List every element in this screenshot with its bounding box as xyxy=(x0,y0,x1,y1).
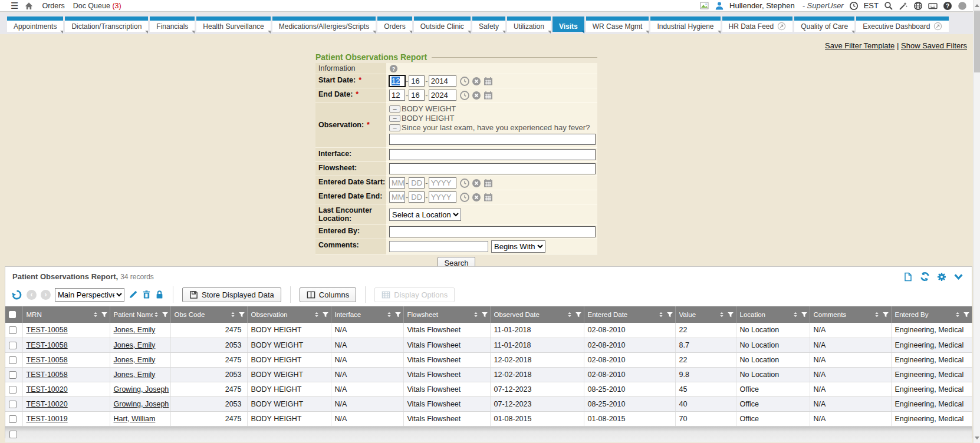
calendar-icon[interactable] xyxy=(484,178,493,188)
cell-patient-name[interactable]: Jones, Emily xyxy=(110,323,170,338)
search-icon[interactable] xyxy=(884,1,893,11)
last-encounter-location-select[interactable]: Select a Location xyxy=(389,209,461,221)
tab-industrial-hygiene[interactable]: Industrial Hygiene xyxy=(650,16,720,32)
observation-search-input[interactable] xyxy=(389,134,596,145)
collapse-chevron-icon[interactable] xyxy=(953,272,963,282)
interface-input[interactable] xyxy=(389,149,596,160)
calendar-icon[interactable] xyxy=(484,193,493,202)
filter-icon[interactable] xyxy=(394,311,402,318)
time-icon[interactable] xyxy=(460,193,469,202)
status-circle-icon[interactable] xyxy=(958,1,967,11)
time-icon[interactable] xyxy=(460,77,469,86)
column-header-mrn[interactable]: MRN xyxy=(22,306,110,323)
start-date-year-input[interactable]: 2014 xyxy=(429,75,456,87)
time-icon[interactable] xyxy=(460,178,469,188)
tab-appointments[interactable]: Appointments xyxy=(7,16,63,32)
sort-icon[interactable] xyxy=(153,311,160,318)
tab-dictation-transcription[interactable]: Dictation/Transcription xyxy=(65,16,148,32)
clock-icon[interactable] xyxy=(849,1,859,11)
filter-icon[interactable] xyxy=(727,311,734,318)
cell-mrn[interactable]: TEST-10020 xyxy=(22,396,110,411)
delete-perspective-icon[interactable] xyxy=(142,290,151,299)
page-scrollbar[interactable] xyxy=(973,0,980,443)
tab-outside-clinic[interactable]: Outside Clinic xyxy=(414,16,471,32)
column-header-observation[interactable]: Observation xyxy=(247,306,331,323)
tab-utilization[interactable]: Utilization xyxy=(507,16,551,32)
end-date-year-input[interactable]: 2024 xyxy=(429,90,456,101)
gear-icon[interactable] xyxy=(937,272,946,282)
row-checkbox[interactable] xyxy=(9,415,17,423)
image-icon[interactable] xyxy=(700,1,709,11)
tab-financials[interactable]: Financials xyxy=(150,16,195,32)
tab-quality-of-care[interactable]: Quality of Care xyxy=(794,16,854,32)
cell-patient-name[interactable]: Jones, Emily xyxy=(110,367,170,382)
remove-observation-button[interactable]: – xyxy=(389,115,400,122)
row-checkbox[interactable] xyxy=(9,371,17,379)
prev-perspective-icon[interactable]: ‹ xyxy=(27,290,37,300)
remove-observation-button[interactable]: – xyxy=(389,105,400,113)
sort-icon[interactable] xyxy=(472,311,479,318)
globe-icon[interactable] xyxy=(913,1,923,11)
comments-input[interactable] xyxy=(389,241,488,252)
sort-icon[interactable] xyxy=(313,311,320,318)
tab-wr-case-mgmt[interactable]: WR Case Mgmt xyxy=(586,16,649,32)
cell-mrn[interactable]: TEST-10020 xyxy=(22,382,110,396)
cell-mrn[interactable]: TEST-10058 xyxy=(22,323,110,338)
column-header-comments[interactable]: Comments xyxy=(810,306,891,323)
filter-icon[interactable] xyxy=(101,311,108,318)
time-icon[interactable] xyxy=(460,91,469,100)
entered-by-input[interactable] xyxy=(389,226,596,237)
sort-icon[interactable] xyxy=(657,311,665,318)
start-date-month-input[interactable]: 12 xyxy=(389,75,405,87)
entered-date-start-year-input[interactable]: YYYY xyxy=(429,177,456,189)
entered-date-start-day-input[interactable]: DD xyxy=(409,177,425,189)
save-filter-template-link[interactable]: Save Filter Template xyxy=(825,41,895,50)
user-icon[interactable] xyxy=(715,1,724,11)
show-saved-filters-link[interactable]: Show Saved Filters xyxy=(901,41,967,50)
sort-icon[interactable] xyxy=(954,311,961,318)
row-checkbox[interactable] xyxy=(9,431,17,438)
sort-icon[interactable] xyxy=(229,311,236,318)
sort-icon[interactable] xyxy=(718,311,725,318)
wand-icon[interactable] xyxy=(899,1,908,11)
column-header-interface[interactable]: Interface xyxy=(331,306,403,323)
external-link-icon[interactable] xyxy=(777,22,786,31)
filter-icon[interactable] xyxy=(801,311,808,318)
column-header-flowsheet[interactable]: Flowsheet xyxy=(403,306,490,323)
sort-icon[interactable] xyxy=(386,311,393,318)
sort-icon[interactable] xyxy=(873,311,880,318)
entered-date-end-year-input[interactable]: YYYY xyxy=(429,191,456,203)
external-link-icon[interactable] xyxy=(933,22,942,31)
tab-visits[interactable]: Visits xyxy=(553,16,584,32)
column-header-entered-by[interactable]: Entered By xyxy=(891,306,972,323)
export-icon[interactable] xyxy=(903,272,913,282)
store-displayed-data-button[interactable]: Store Displayed Data xyxy=(182,287,281,302)
filter-icon[interactable] xyxy=(238,311,245,318)
cell-mrn[interactable]: TEST-10058 xyxy=(22,367,110,382)
cell-patient-name[interactable]: Jones, Emily xyxy=(110,338,170,352)
tab-executive-dashboard[interactable]: Executive Dashboard xyxy=(856,16,949,32)
clear-icon[interactable] xyxy=(472,77,481,86)
filter-icon[interactable] xyxy=(481,311,488,318)
row-checkbox[interactable] xyxy=(9,326,17,334)
cell-patient-name[interactable]: Growing, Joseph xyxy=(110,382,170,396)
breadcrumb-orders[interactable]: Orders xyxy=(42,2,64,10)
lock-perspective-icon[interactable] xyxy=(155,290,164,299)
tab-safety[interactable]: Safety xyxy=(472,16,505,32)
column-header-value[interactable]: Value xyxy=(675,306,736,323)
cell-patient-name[interactable]: Growing, Joseph xyxy=(110,396,170,411)
row-checkbox[interactable] xyxy=(9,401,17,408)
reset-icon[interactable] xyxy=(11,289,22,300)
entered-date-end-month-input[interactable]: MM xyxy=(389,191,405,203)
remove-observation-button[interactable]: – xyxy=(389,124,400,131)
column-header-observed-date[interactable]: Observed Date xyxy=(490,306,584,323)
column-header-obs-code[interactable]: Obs Code xyxy=(170,306,247,323)
entered-date-end-day-input[interactable]: DD xyxy=(409,191,425,203)
filter-icon[interactable] xyxy=(575,311,582,318)
edit-perspective-icon[interactable] xyxy=(129,290,138,299)
comments-match-select[interactable]: Begins With xyxy=(491,240,545,253)
breadcrumb-doc-queue[interactable]: Doc Queue (3) xyxy=(73,2,121,10)
column-header-location[interactable]: Location xyxy=(736,306,810,323)
cell-mrn[interactable]: TEST-10058 xyxy=(22,338,110,352)
filter-icon[interactable] xyxy=(162,311,169,318)
